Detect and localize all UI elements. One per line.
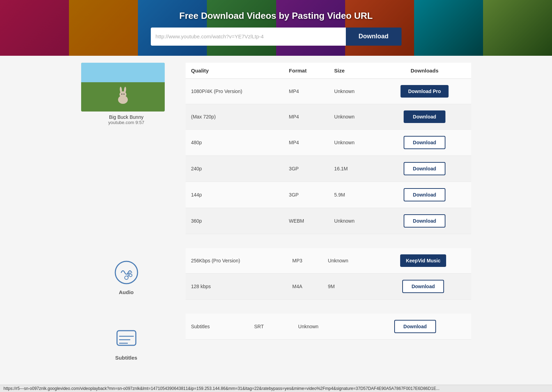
subtitle-table-wrapper: SubtitlesSRTUnknownDownload: [186, 314, 471, 361]
cell-format: M4A: [287, 274, 322, 300]
cell-size: Unknown: [329, 104, 378, 130]
audio-table-wrapper: 256Kbps (Pro Version)MP3UnknownKeepVid M…: [186, 248, 471, 310]
url-input[interactable]: [151, 28, 346, 46]
download-button[interactable]: Download: [404, 214, 445, 228]
table-row: 1080P/4K (Pro Version)MP4UnknownDownload…: [186, 79, 471, 104]
cell-quality: 240p: [186, 156, 283, 182]
cell-quality: Subtitles: [186, 314, 249, 340]
audio-icon-svg: [114, 260, 139, 285]
cell-format: 3GP: [283, 156, 329, 182]
cell-quality: 480p: [186, 130, 283, 156]
cell-size: Unknown: [293, 314, 359, 340]
cell-size: Unknown: [322, 248, 375, 274]
download-button[interactable]: Download: [402, 280, 444, 293]
hero-title: Free Download Videos by Pasting Video UR…: [179, 10, 373, 21]
video-download-table-wrapper: Quality Format Size Downloads 1080P/4K (…: [186, 63, 471, 245]
svg-point-4: [121, 94, 122, 95]
svg-point-10: [129, 274, 132, 277]
table-row: 128 kbpsM4A9MDownload: [186, 274, 471, 300]
cell-size: 16.1M: [329, 156, 378, 182]
download-button[interactable]: Download: [404, 110, 445, 123]
cell-download: Download: [378, 130, 471, 156]
subtitle-icon: [112, 324, 140, 352]
hero-search-row: Download: [151, 28, 402, 46]
cell-quality: 1080P/4K (Pro Version): [186, 79, 283, 104]
cell-download: Download Pro: [378, 79, 471, 104]
table-row: (Max 720p)MP4UnknownDownload: [186, 104, 471, 130]
cell-download: Download: [378, 182, 471, 208]
subtitle-download-table: SubtitlesSRTUnknownDownload: [186, 314, 471, 340]
cell-size: 5.9M: [329, 182, 378, 208]
video-section: Big Buck Bunny youtube.com 9:57 Quality …: [81, 63, 471, 245]
video-meta: youtube.com 9:57: [81, 120, 172, 125]
cell-download: Download: [378, 104, 471, 130]
video-thumbnail: [81, 63, 165, 112]
cell-quality: 144p: [186, 182, 283, 208]
table-row: SubtitlesSRTUnknownDownload: [186, 314, 471, 340]
cell-quality: (Max 720p): [186, 104, 283, 130]
download-button[interactable]: Download: [394, 320, 436, 333]
svg-point-7: [125, 276, 128, 279]
audio-section: Audio 256Kbps (Pro Version)MP3UnknownKee…: [81, 248, 471, 310]
cell-format: MP4: [283, 130, 329, 156]
audio-section-left: Audio: [81, 248, 172, 310]
cell-format: MP3: [287, 248, 322, 274]
cell-download: KeepVid Music: [375, 248, 471, 274]
video-download-table: Quality Format Size Downloads 1080P/4K (…: [186, 63, 471, 234]
cell-download: Download: [378, 156, 471, 182]
cell-format: MP4: [283, 79, 329, 104]
audio-label: Audio: [119, 289, 134, 295]
subtitle-section: Subtitles SubtitlesSRTUnknownDownload: [81, 314, 471, 361]
cell-size: Unknown: [329, 79, 378, 104]
video-title: Big Buck Bunny: [81, 114, 172, 120]
download-button[interactable]: Download: [404, 162, 445, 175]
subtitle-section-left: Subtitles: [81, 314, 172, 361]
cell-download: Download: [378, 208, 471, 234]
thumb-grass: [81, 63, 165, 112]
col-downloads: Downloads: [378, 63, 471, 79]
table-row: 480pMP4UnknownDownload: [186, 130, 471, 156]
hero-section: Free Download Videos by Pasting Video UR…: [0, 0, 552, 56]
cell-download: Download: [359, 314, 471, 340]
col-size: Size: [329, 63, 378, 79]
cell-format: 3GP: [283, 182, 329, 208]
cell-download: Download: [375, 274, 471, 300]
cell-format: MP4: [283, 104, 329, 130]
cell-quality: 128 kbps: [186, 274, 287, 300]
cell-size: Unknown: [329, 208, 378, 234]
subtitle-icon-svg: [114, 326, 139, 350]
table-row: 144p3GP5.9MDownload: [186, 182, 471, 208]
cell-format: SRT: [249, 314, 293, 340]
col-format: Format: [283, 63, 329, 79]
main-content: Big Buck Bunny youtube.com 9:57 Quality …: [67, 56, 485, 378]
audio-download-table: 256Kbps (Pro Version)MP3UnknownKeepVid M…: [186, 248, 471, 300]
col-quality: Quality: [186, 63, 283, 79]
svg-point-5: [123, 94, 124, 95]
cell-size: 9M: [322, 274, 375, 300]
cell-size: Unknown: [329, 130, 378, 156]
download-button[interactable]: Download: [404, 136, 445, 149]
cell-quality: 256Kbps (Pro Version): [186, 248, 287, 274]
audio-icon: [112, 259, 140, 286]
thumb-bunny-svg: [112, 86, 133, 107]
table-row: 240p3GP16.1MDownload: [186, 156, 471, 182]
video-info-left: Big Buck Bunny youtube.com 9:57: [81, 63, 172, 245]
download-button[interactable]: Download: [404, 188, 445, 201]
download-button[interactable]: KeepVid Music: [400, 254, 446, 267]
cell-format: WEBM: [283, 208, 329, 234]
table-row: 256Kbps (Pro Version)MP3UnknownKeepVid M…: [186, 248, 471, 274]
cell-quality: 360p: [186, 208, 283, 234]
svg-line-9: [128, 273, 131, 274]
subtitle-label: Subtitles: [115, 355, 137, 361]
download-button[interactable]: Download Pro: [401, 85, 449, 98]
hero-download-button[interactable]: Download: [346, 28, 402, 46]
table-row: 360pWEBMUnknownDownload: [186, 208, 471, 234]
svg-point-6: [115, 261, 138, 284]
